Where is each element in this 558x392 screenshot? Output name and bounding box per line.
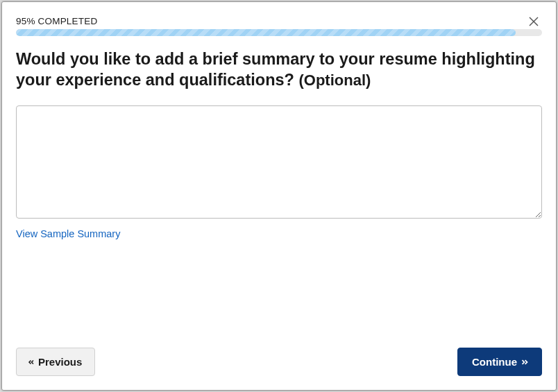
summary-textarea[interactable] — [16, 105, 542, 219]
progress-bar — [16, 29, 542, 36]
continue-button[interactable]: Continue — [457, 348, 542, 376]
previous-button[interactable]: Previous — [16, 348, 95, 376]
chevrons-right-icon — [519, 357, 530, 367]
chevrons-left-icon — [26, 358, 36, 366]
continue-button-label: Continue — [472, 356, 517, 368]
close-icon — [527, 15, 540, 28]
close-button[interactable] — [525, 13, 542, 30]
modal-footer: Previous Continue — [2, 348, 556, 390]
resume-summary-modal: 95% COMPLETED Would you like to add a br… — [1, 1, 557, 391]
previous-button-label: Previous — [38, 356, 82, 368]
view-sample-link[interactable]: View Sample Summary — [16, 228, 120, 239]
progress-label: 95% COMPLETED — [16, 16, 542, 26]
modal-content: 95% COMPLETED Would you like to add a br… — [2, 2, 556, 348]
progress-fill — [16, 29, 516, 36]
page-heading: Would you like to add a brief summary to… — [16, 49, 542, 90]
heading-main: Would you like to add a brief summary to… — [16, 50, 535, 89]
heading-optional: (Optional) — [298, 71, 371, 89]
